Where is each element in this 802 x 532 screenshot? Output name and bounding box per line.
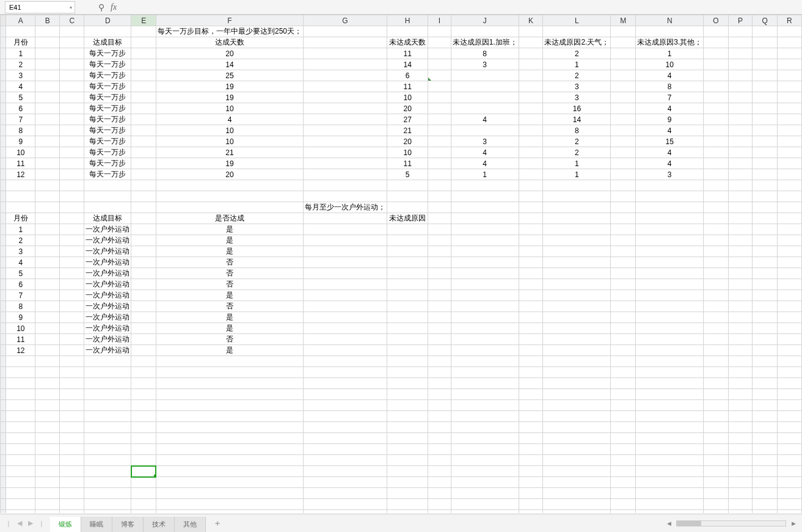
cell[interactable] [35, 169, 60, 180]
cell[interactable]: 2 [6, 59, 35, 70]
cell[interactable] [131, 334, 156, 345]
cell[interactable] [131, 235, 156, 246]
cell[interactable] [387, 246, 428, 257]
cell[interactable] [451, 279, 519, 290]
cell[interactable] [428, 510, 451, 514]
cell[interactable] [6, 477, 35, 488]
cell[interactable] [777, 290, 801, 301]
cell[interactable] [387, 301, 428, 312]
cell[interactable] [304, 26, 387, 37]
cell[interactable] [84, 444, 131, 455]
cell[interactable] [611, 26, 636, 37]
cell[interactable] [611, 235, 636, 246]
cell[interactable] [387, 257, 428, 268]
cell[interactable]: 16 [543, 103, 611, 114]
cell[interactable] [387, 367, 428, 378]
cell[interactable] [428, 246, 451, 257]
row-header[interactable] [1, 422, 6, 433]
cell[interactable] [636, 389, 704, 400]
spreadsheet-grid[interactable]: ABCDEFGHIJKLMNOPQR每天一万步目标，一年中最少要达到250天；月… [0, 15, 802, 513]
cell[interactable] [728, 312, 753, 323]
cell[interactable] [304, 191, 387, 202]
cell[interactable] [304, 510, 387, 514]
cell[interactable] [519, 191, 543, 202]
row-header[interactable] [1, 48, 6, 59]
cell[interactable] [611, 400, 636, 411]
cell[interactable] [451, 26, 519, 37]
cell[interactable] [519, 433, 543, 444]
row-header[interactable] [1, 59, 6, 70]
cell[interactable]: 9 [6, 136, 35, 147]
cell[interactable] [131, 488, 156, 499]
cell[interactable] [777, 103, 801, 114]
cell[interactable] [6, 466, 35, 477]
cell[interactable] [6, 433, 35, 444]
cell[interactable] [636, 499, 704, 510]
col-header-R[interactable]: R [777, 15, 801, 26]
cell[interactable] [60, 92, 84, 103]
cell[interactable] [636, 224, 704, 235]
cell[interactable]: 每天一万步 [84, 136, 131, 147]
cell[interactable] [387, 477, 428, 488]
hscroll-right-icon[interactable]: ▶ [790, 520, 797, 527]
cell[interactable] [451, 125, 519, 136]
cell[interactable] [35, 158, 60, 169]
cell[interactable] [60, 213, 84, 224]
cell[interactable] [777, 488, 801, 499]
cell[interactable] [636, 345, 704, 356]
cell[interactable] [728, 191, 753, 202]
cell[interactable]: 1 [543, 169, 611, 180]
cell[interactable] [728, 290, 753, 301]
cell[interactable] [131, 510, 156, 514]
cell[interactable] [84, 202, 131, 213]
cell[interactable] [543, 246, 611, 257]
cell[interactable] [451, 312, 519, 323]
cell[interactable] [84, 356, 131, 367]
cell[interactable] [543, 499, 611, 510]
cell[interactable] [60, 466, 84, 477]
cell[interactable] [451, 466, 519, 477]
cell[interactable] [451, 213, 519, 224]
cell[interactable] [156, 389, 303, 400]
cell[interactable] [84, 180, 131, 191]
cell[interactable]: 7 [6, 114, 35, 125]
cell[interactable] [84, 455, 131, 466]
cell[interactable] [60, 433, 84, 444]
cell[interactable] [35, 224, 60, 235]
cell[interactable] [777, 312, 801, 323]
cell[interactable] [60, 114, 84, 125]
cell[interactable] [753, 158, 777, 169]
cell[interactable] [728, 103, 753, 114]
cell[interactable] [636, 334, 704, 345]
cell[interactable] [753, 323, 777, 334]
cell[interactable] [156, 510, 303, 514]
cell[interactable] [304, 81, 387, 92]
cell[interactable] [428, 213, 451, 224]
cell[interactable] [611, 114, 636, 125]
cell[interactable] [304, 70, 387, 81]
cell[interactable] [611, 213, 636, 224]
cell[interactable] [543, 378, 611, 389]
cell[interactable] [451, 268, 519, 279]
cell[interactable] [131, 224, 156, 235]
cell[interactable] [777, 202, 801, 213]
add-sheet-icon[interactable]: ＋ [206, 518, 229, 529]
tab-nav-first-icon[interactable]: | [4, 519, 13, 528]
cell[interactable] [777, 180, 801, 191]
cell[interactable] [543, 279, 611, 290]
cell[interactable] [131, 26, 156, 37]
row-header[interactable] [1, 158, 6, 169]
cell[interactable] [35, 136, 60, 147]
row-header[interactable] [1, 114, 6, 125]
cell[interactable] [387, 510, 428, 514]
cell[interactable] [704, 147, 728, 158]
cell[interactable]: 8 [543, 125, 611, 136]
cell[interactable] [728, 257, 753, 268]
cell[interactable] [131, 477, 156, 488]
cell[interactable] [753, 455, 777, 466]
cell[interactable] [387, 378, 428, 389]
cell[interactable] [753, 180, 777, 191]
cell[interactable] [304, 400, 387, 411]
cell[interactable] [519, 125, 543, 136]
cell[interactable] [156, 180, 303, 191]
